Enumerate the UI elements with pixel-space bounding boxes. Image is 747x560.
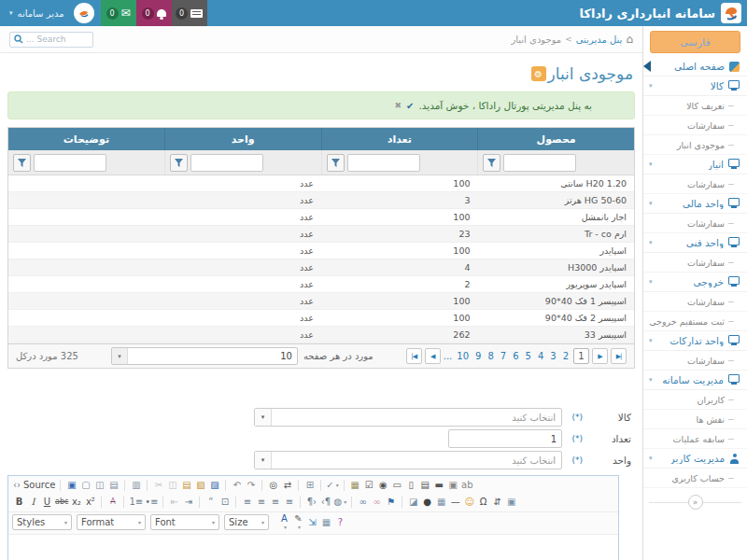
sidebar-subitem[interactable]: سفارشات — [643, 351, 747, 371]
pager-next-button[interactable]: ◀ — [425, 348, 441, 364]
sidebar-subitem[interactable]: کاربران — [643, 390, 747, 410]
horizontal-rule-button[interactable]: — — [448, 496, 462, 510]
spell-check-button[interactable]: ✓▾ — [325, 479, 339, 493]
sidebar-item[interactable]: انبار▾ — [643, 155, 747, 175]
pager-page-link[interactable]: 6 — [511, 351, 520, 361]
paste-word-button[interactable]: ▨ — [207, 479, 221, 493]
editor-content-area[interactable] — [8, 534, 618, 560]
text-color-button[interactable]: A▾ — [277, 515, 291, 529]
unlink-button[interactable]: ∞ — [370, 496, 384, 510]
pager-current-page[interactable]: 1 — [573, 348, 589, 364]
special-char-button[interactable]: Ω — [476, 496, 490, 510]
source-button[interactable]: ‹›Source — [12, 479, 56, 493]
find-button[interactable]: ◎ — [266, 479, 280, 493]
per-page-select[interactable]: 10 ▾ — [111, 347, 298, 365]
search-input[interactable] — [26, 35, 89, 44]
align-center-button[interactable]: ≡ — [254, 496, 268, 510]
form-button-button[interactable]: ▬ — [432, 479, 446, 493]
home-icon[interactable]: ⌂ — [626, 34, 633, 45]
filter-funnel-button[interactable] — [483, 154, 500, 172]
text-field-button[interactable]: ▭ — [390, 479, 404, 493]
sidebar-item[interactable]: واحد فنی▾ — [643, 233, 747, 253]
bold-button[interactable]: B — [12, 496, 26, 510]
pager-last-button[interactable]: |◀ — [406, 348, 422, 364]
replace-button[interactable]: ⇄ — [280, 479, 294, 493]
user-menu[interactable]: ▾ مدیر سامانه — [0, 8, 74, 19]
pager-page-link[interactable]: 3 — [548, 351, 557, 361]
iframe-button[interactable]: ▣ — [504, 496, 518, 510]
format-select[interactable]: Format ▾ — [77, 514, 146, 530]
sidebar-item[interactable]: کالا▾ — [643, 77, 747, 96]
pager-page-link[interactable]: 9 — [473, 351, 483, 361]
numbered-list-button[interactable]: 1≡ — [128, 496, 144, 510]
table-row[interactable]: اسپایدر H30004عدد — [8, 259, 634, 276]
filter-funnel-button[interactable] — [170, 154, 188, 172]
language-button[interactable]: ◍▾ — [332, 496, 347, 510]
column-header[interactable]: محصول — [477, 128, 634, 150]
underline-button[interactable]: U — [40, 496, 54, 510]
quantity-input[interactable] — [448, 429, 562, 448]
payments-button[interactable]: 0 — [172, 0, 207, 26]
sidebar-subitem[interactable]: نقش ها — [643, 410, 747, 429]
copy-button[interactable]: ◫ — [165, 479, 179, 493]
flash-button[interactable]: ● — [420, 496, 434, 510]
pager-page-link[interactable]: 5 — [524, 351, 533, 361]
italic-button[interactable]: I — [26, 496, 40, 510]
sidebar-subitem[interactable]: سفارشات — [643, 292, 747, 312]
decrease-indent-button[interactable]: ⇤ — [167, 496, 181, 510]
column-header[interactable]: توضیحات — [8, 128, 164, 150]
remove-format-button[interactable]: A — [106, 496, 120, 510]
breadcrumb-link[interactable]: پنل مدیریتی — [576, 35, 623, 45]
form-button[interactable]: ▦ — [348, 479, 362, 493]
bulleted-list-button[interactable]: •≡ — [144, 496, 159, 510]
close-icon[interactable]: ✖ — [395, 101, 402, 110]
new-page-button[interactable]: ▢ — [78, 479, 92, 493]
radio-button[interactable]: ◉ — [376, 479, 390, 493]
table-row[interactable]: اسپیسر 1 فک 40*90100عدد — [8, 293, 634, 310]
sidebar-item[interactable]: خروجی▾ — [643, 273, 747, 292]
justify-button[interactable]: ≡ — [282, 496, 296, 510]
messages-button[interactable]: 0 ✉ — [101, 0, 136, 26]
anchor-button[interactable]: ⚑ — [384, 496, 398, 510]
align-left-button[interactable]: ≡ — [240, 496, 254, 510]
filter-input[interactable] — [34, 154, 106, 172]
pager-first-button[interactable]: ▶| — [611, 348, 627, 364]
align-right-button[interactable]: ≡ — [268, 496, 282, 510]
sidebar-subitem[interactable]: سفارشات — [643, 175, 747, 194]
pager-page-link[interactable]: 4 — [536, 351, 545, 361]
print-button[interactable]: ▤ — [106, 479, 120, 493]
hidden-field-button[interactable]: ab — [460, 479, 474, 493]
preview-button[interactable]: ◫ — [92, 479, 106, 493]
bidi-rtl-button[interactable]: ‹¶ — [318, 496, 332, 510]
pager-page-link[interactable]: 7 — [499, 351, 508, 361]
increase-indent-button[interactable]: ⇥ — [181, 496, 195, 510]
show-blocks-button[interactable]: ▦ — [319, 515, 333, 529]
link-button[interactable]: ∞ — [356, 496, 370, 510]
paste-button[interactable]: ▤ — [179, 479, 193, 493]
maximize-button[interactable]: ⇲ — [305, 515, 319, 529]
select-field-button[interactable]: ▤ — [418, 479, 432, 493]
filter-funnel-button[interactable] — [13, 154, 31, 172]
redo-button[interactable]: ↷ — [244, 479, 258, 493]
select-all-button[interactable]: ⊞ — [303, 479, 317, 493]
table-row[interactable]: اسپیسر 2 فک 40*90100عدد — [8, 310, 634, 327]
language-button[interactable]: فارسی — [650, 31, 740, 53]
sidebar-subitem[interactable]: تعریف کالا — [643, 96, 747, 116]
gear-badge[interactable]: ⚙ — [531, 66, 546, 81]
size-select[interactable]: Size ▾ — [224, 514, 269, 530]
sidebar-collapse-button[interactable]: « — [688, 495, 703, 510]
smiley-button[interactable]: ☺ — [462, 496, 476, 510]
pager-prev-button[interactable]: ▶ — [592, 348, 608, 364]
background-color-button[interactable]: ✎▾ — [291, 515, 305, 529]
sidebar-subitem[interactable]: سابقه عملیات — [643, 429, 747, 449]
avatar[interactable] — [74, 3, 94, 23]
product-select[interactable]: انتخاب کنید ▾ — [254, 408, 562, 427]
table-row[interactable]: اسپایدر سوپریور2عدد — [8, 276, 634, 293]
strikethrough-button[interactable]: abc — [54, 496, 69, 510]
sidebar-item[interactable]: واحد تدارکات▾ — [643, 331, 747, 351]
notifications-button[interactable]: 0 — [136, 0, 172, 26]
sidebar-subitem[interactable]: سفارشات — [643, 116, 747, 135]
column-header[interactable]: واحد — [164, 128, 321, 150]
templates-button[interactable]: ▥ — [129, 479, 143, 493]
sidebar-subitem[interactable]: ثبت مستقیم خروجی — [643, 312, 747, 331]
